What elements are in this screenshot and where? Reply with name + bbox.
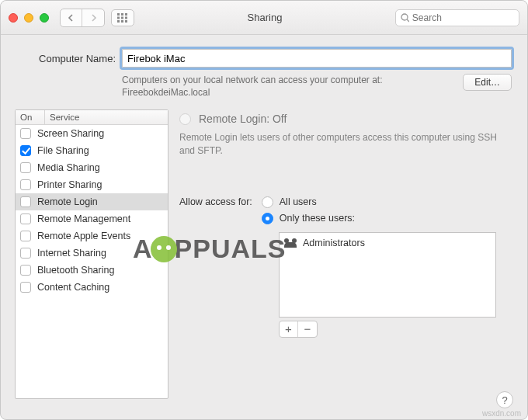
- zoom-icon[interactable]: [40, 13, 49, 23]
- window-title: Sharing: [141, 12, 389, 23]
- service-row-remote-login[interactable]: Remote Login: [16, 193, 168, 210]
- service-row-media-sharing[interactable]: Media Sharing: [16, 159, 168, 176]
- service-checkbox[interactable]: [20, 145, 31, 156]
- service-checkbox[interactable]: [20, 231, 31, 241]
- search-field[interactable]: [395, 9, 519, 26]
- service-label: Bluetooth Sharing: [37, 265, 163, 276]
- service-label: Media Sharing: [37, 162, 163, 173]
- access-label: Allow access for:: [179, 196, 252, 207]
- show-all-button[interactable]: [111, 9, 134, 26]
- access-radio-group: All users Only these users:: [262, 196, 355, 224]
- service-label: Screen Sharing: [37, 128, 163, 139]
- radio-all-users-label: All users: [280, 196, 317, 207]
- computer-name-input[interactable]: [122, 49, 512, 68]
- edit-button[interactable]: Edit…: [463, 74, 512, 91]
- svg-rect-3: [117, 16, 120, 19]
- service-label: File Sharing: [37, 145, 163, 156]
- service-checkbox[interactable]: [20, 162, 31, 173]
- nav-back-forward: [60, 9, 105, 27]
- minimize-icon[interactable]: [24, 13, 33, 23]
- computer-name-desc-line2: FireebokdeiMac.local: [122, 87, 210, 98]
- col-service-header: Service: [45, 110, 168, 124]
- service-label: Content Caching: [37, 282, 163, 293]
- face-icon: [151, 236, 177, 262]
- computer-name-desc-line1: Computers on your local network can acce…: [122, 75, 382, 85]
- computer-name-desc: Computers on your local network can acce…: [122, 74, 453, 99]
- add-user-button[interactable]: +: [280, 321, 298, 337]
- service-row-remote-management[interactable]: Remote Management: [16, 210, 168, 227]
- svg-rect-2: [125, 13, 127, 16]
- svg-rect-1: [121, 13, 123, 16]
- watermark-site: wsxdn.com: [482, 409, 521, 418]
- svg-line-10: [407, 19, 409, 22]
- search-icon: [401, 13, 409, 23]
- computer-name-section: Computer Name: Computers on your local n…: [1, 35, 527, 109]
- radio-only-users-label: Only these users:: [280, 213, 355, 224]
- service-checkbox[interactable]: [20, 282, 31, 293]
- user-name: Administrators: [303, 238, 365, 248]
- add-remove-controls: + −: [279, 321, 318, 338]
- remove-user-button[interactable]: −: [298, 321, 317, 337]
- service-label: Remote Login: [37, 196, 163, 207]
- service-row-printer-sharing[interactable]: Printer Sharing: [16, 176, 168, 193]
- svg-rect-0: [117, 13, 120, 16]
- service-checkbox[interactable]: [20, 265, 31, 276]
- svg-rect-8: [125, 20, 127, 23]
- service-row-file-sharing[interactable]: File Sharing: [16, 142, 168, 159]
- radio-all-users[interactable]: All users: [262, 196, 355, 208]
- status-indicator-icon: [179, 113, 191, 125]
- computer-name-label: Computer Name:: [16, 53, 116, 64]
- service-checkbox[interactable]: [20, 213, 31, 224]
- col-on-header: On: [16, 110, 45, 124]
- services-header: On Service: [16, 110, 168, 125]
- window-controls: [9, 13, 49, 23]
- service-checkbox[interactable]: [20, 179, 31, 190]
- service-label: Remote Management: [37, 213, 163, 224]
- svg-rect-5: [125, 16, 127, 19]
- detail-title: Remote Login: Off: [199, 113, 287, 125]
- service-row-bluetooth-sharing[interactable]: Bluetooth Sharing: [16, 262, 168, 279]
- titlebar: Sharing: [1, 1, 527, 35]
- users-list[interactable]: Administrators: [279, 232, 496, 318]
- svg-rect-6: [117, 20, 120, 23]
- watermark-brand-text: PPUALS: [175, 234, 287, 264]
- service-checkbox[interactable]: [20, 128, 31, 139]
- svg-point-9: [401, 14, 408, 20]
- service-row-screen-sharing[interactable]: Screen Sharing: [16, 125, 168, 142]
- forward-button[interactable]: [82, 9, 104, 26]
- radio-icon: [262, 213, 273, 224]
- watermark-brand: APPUALS: [133, 234, 286, 264]
- service-checkbox[interactable]: [20, 196, 31, 207]
- detail-subtitle: Remote Login lets users of other compute…: [179, 131, 513, 158]
- svg-rect-7: [121, 20, 123, 23]
- service-label: Printer Sharing: [37, 179, 163, 190]
- radio-only-users[interactable]: Only these users:: [262, 213, 355, 224]
- svg-rect-4: [121, 16, 123, 19]
- sharing-prefpane-window: Sharing Computer Name: Computers on your…: [0, 0, 528, 420]
- service-row-content-caching[interactable]: Content Caching: [16, 279, 168, 296]
- close-icon[interactable]: [9, 13, 18, 23]
- radio-icon: [262, 196, 273, 208]
- service-checkbox[interactable]: [20, 248, 31, 259]
- help-button[interactable]: ?: [496, 391, 513, 408]
- back-button[interactable]: [61, 9, 82, 26]
- list-item[interactable]: Administrators: [284, 238, 491, 248]
- search-input[interactable]: [412, 12, 514, 23]
